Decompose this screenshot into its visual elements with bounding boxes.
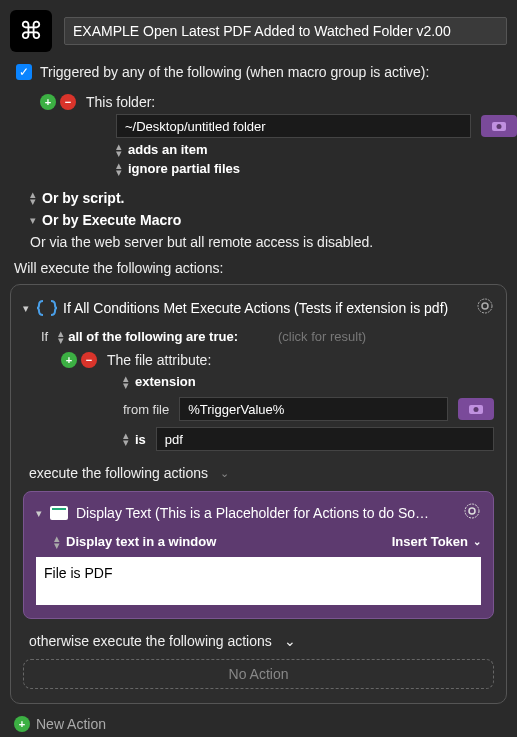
svg-point-7	[469, 508, 475, 514]
actions-section-label: Will execute the following actions:	[14, 260, 517, 276]
macro-title-input[interactable]	[64, 17, 507, 45]
or-execute-macro-row[interactable]: ▾ Or by Execute Macro	[30, 212, 517, 228]
folder-path-input[interactable]	[116, 114, 471, 138]
folder-label: This folder:	[86, 94, 155, 110]
svg-point-6	[465, 504, 479, 518]
adds-stepper[interactable]: ▴▾	[116, 143, 122, 157]
adds-item-label: adds an item	[128, 142, 207, 157]
display-text-title: Display Text (This is a Placeholder for …	[76, 505, 463, 521]
svg-point-2	[478, 299, 492, 313]
window-icon	[50, 506, 68, 520]
if-label: If	[41, 329, 48, 344]
extension-stepper[interactable]: ▴▾	[123, 375, 129, 389]
all-stepper[interactable]: ▴▾	[58, 330, 64, 344]
chevron-down-icon: ⌄	[284, 633, 296, 649]
braces-icon	[37, 299, 57, 317]
all-following-label: all of the following are true:	[68, 329, 238, 344]
display-text-card[interactable]: ▾ Display Text (This is a Placeholder fo…	[23, 491, 494, 619]
chevron-down-icon: ⌄	[220, 467, 229, 480]
gear-icon[interactable]	[476, 297, 494, 319]
remove-trigger-button[interactable]: −	[60, 94, 76, 110]
new-action-button[interactable]: + New Action	[14, 716, 517, 732]
click-hint[interactable]: (click for result)	[278, 329, 366, 344]
file-attr-label: The file attribute:	[107, 352, 211, 368]
otherwise-row[interactable]: otherwise execute the following actions …	[29, 633, 494, 649]
display-text-textarea[interactable]	[36, 557, 481, 605]
reveal-button[interactable]	[481, 115, 517, 137]
remove-condition-button[interactable]: −	[81, 352, 97, 368]
from-file-input[interactable]	[179, 397, 448, 421]
or-web-label: Or via the web server but all remote acc…	[30, 234, 517, 250]
svg-point-3	[482, 303, 488, 309]
no-action-placeholder[interactable]: No Action	[23, 659, 494, 689]
trigger-label: Triggered by any of the following (when …	[40, 64, 429, 80]
gear-icon[interactable]	[463, 502, 481, 524]
svg-point-5	[474, 407, 479, 412]
display-mode-stepper[interactable]: ▴▾	[54, 535, 60, 549]
reveal-file-button[interactable]	[458, 398, 494, 420]
trigger-checkbox[interactable]: ✓	[16, 64, 32, 80]
is-stepper[interactable]: ▴▾	[123, 432, 129, 446]
svg-point-1	[497, 124, 502, 129]
camera-icon	[468, 403, 484, 415]
disclosure-icon[interactable]: ▾	[36, 507, 42, 520]
insert-token-button[interactable]: Insert Token⌄	[392, 534, 481, 549]
add-trigger-button[interactable]: +	[40, 94, 56, 110]
if-action-card[interactable]: ▾ If All Conditions Met Execute Actions …	[10, 284, 507, 704]
from-file-label: from file	[123, 402, 169, 417]
disclosure-icon[interactable]: ▾	[23, 302, 29, 315]
camera-icon	[491, 120, 507, 132]
add-condition-button[interactable]: +	[61, 352, 77, 368]
chevron-down-icon: ▾	[30, 214, 36, 227]
or-script-row[interactable]: ▴▾ Or by script.	[30, 190, 517, 206]
is-label: is	[135, 432, 146, 447]
macro-icon: ⌘	[10, 10, 52, 52]
display-mode-label: Display text in a window	[66, 534, 216, 549]
extension-label: extension	[135, 374, 196, 389]
execute-actions-row[interactable]: execute the following actions ⌄	[29, 465, 494, 481]
add-icon: +	[14, 716, 30, 732]
if-action-title: If All Conditions Met Execute Actions (T…	[63, 300, 476, 316]
is-input[interactable]	[156, 427, 494, 451]
ignore-partial-label: ignore partial files	[128, 161, 240, 176]
ignore-stepper[interactable]: ▴▾	[116, 162, 122, 176]
